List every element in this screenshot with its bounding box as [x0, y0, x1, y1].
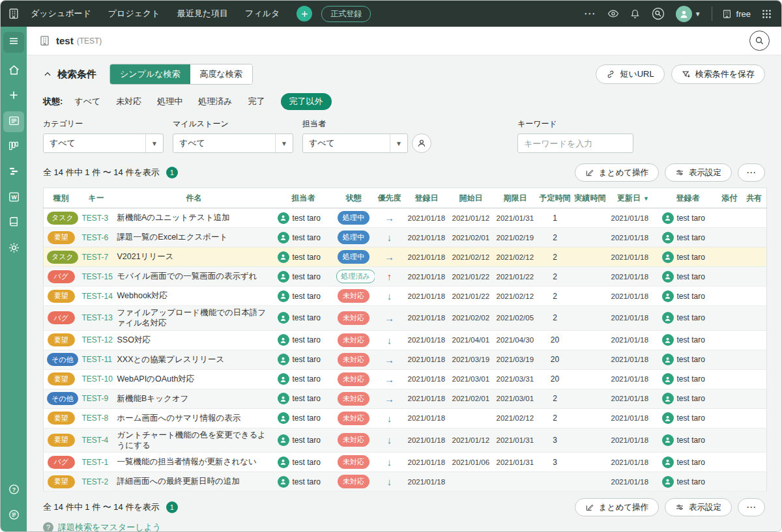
issue-row-TEST-13[interactable]: バグ TEST-13 ファイルアップロード機能での日本語ファイル名対応 test… [44, 306, 767, 331]
issue-row-TEST-12[interactable]: 要望 TEST-12 SSO対応 test taro 未対応 ↓ 2021/01… [44, 330, 767, 350]
column-header-9[interactable]: 予定時間 [538, 188, 573, 208]
issue-title[interactable]: 新機能Bキックオフ [114, 389, 274, 408]
sidebar-item-wiki[interactable]: W [3, 188, 24, 208]
column-header-10[interactable]: 実績時間 [573, 188, 608, 208]
column-header-4[interactable]: 状態 [333, 188, 375, 208]
issue-key-link[interactable]: TEST-4 [82, 436, 109, 445]
sidebar-item-settings[interactable] [3, 238, 24, 259]
sidebar-item-board[interactable] [3, 137, 24, 158]
global-search-icon[interactable] [651, 7, 665, 21]
issue-title[interactable]: SSO対応 [114, 330, 274, 350]
column-header-12[interactable]: 登録者 [659, 188, 717, 208]
issue-row-TEST-15[interactable]: バグ TEST-15 モバイル画面での一覧画面の表示ずれ test taro 処… [44, 267, 767, 287]
column-header-8[interactable]: 期限日 [493, 188, 538, 208]
status-option-3[interactable]: 処理済み [198, 96, 232, 107]
save-search-conditions-button[interactable]: 検索条件を保存 [671, 64, 765, 84]
issue-title[interactable]: 新機能Aのユニットテスト追加 [114, 208, 274, 228]
sidebar-item-files[interactable] [3, 213, 24, 234]
display-settings-button[interactable]: 表示設定 [665, 163, 732, 182]
keyword-input[interactable] [517, 133, 633, 153]
issue-row-TEST-14[interactable]: 要望 TEST-14 Webhook対応 test taro 未対応 ↓ 202… [44, 287, 767, 306]
column-header-2[interactable]: 件名 [114, 188, 274, 208]
assign-to-me-button[interactable] [412, 133, 431, 153]
collapse-search-conditions[interactable]: 検索条件 [43, 68, 96, 81]
page-number-badge[interactable]: 1 [166, 501, 178, 513]
issue-key-link[interactable]: TEST-9 [82, 394, 109, 403]
topbar-menu-item-2[interactable]: 最近見た項目 [177, 8, 228, 20]
status-option-5[interactable]: 完了以外 [281, 93, 332, 110]
apps-grid-icon[interactable] [761, 8, 772, 20]
sidebar-item-home[interactable] [3, 61, 24, 81]
tab-simple-search[interactable]: シンプルな検索 [110, 64, 190, 84]
issue-title[interactable]: V2021リリース [114, 247, 274, 267]
issue-title[interactable]: ファイルアップロード機能での日本語ファイル名対応 [114, 306, 274, 331]
sidebar-help[interactable]: ? [3, 480, 24, 501]
column-header-5[interactable]: 優先度 [375, 188, 405, 208]
issue-title[interactable]: 一覧機能の担当者情報が更新されない [114, 453, 274, 472]
issue-row-TEST-1[interactable]: バグ TEST-1 一覧機能の担当者情報が更新されない test taro 未対… [44, 453, 767, 472]
issue-key-link[interactable]: TEST-10 [82, 374, 113, 384]
notifications-bell-icon[interactable] [630, 8, 641, 20]
topbar-menu-item-3[interactable]: フィルタ [245, 8, 280, 20]
issue-key-link[interactable]: TEST-7 [82, 253, 109, 262]
page-number-badge[interactable]: 1 [166, 167, 178, 178]
sidebar-item-gantt[interactable] [3, 162, 24, 183]
column-header-11[interactable]: 更新日▼ [608, 188, 659, 208]
global-add-button[interactable] [297, 6, 312, 21]
space-plan[interactable]: free [721, 8, 751, 20]
sidebar-item-add[interactable] [3, 86, 24, 107]
short-url-button[interactable]: 短いURL [596, 64, 664, 84]
issue-title[interactable]: Webhook対応 [114, 287, 274, 306]
column-header-3[interactable]: 担当者 [274, 188, 333, 208]
bulk-edit-button[interactable]: まとめて操作 [575, 163, 659, 182]
issue-row-TEST-11[interactable]: その他 TEST-11 XXXとの協業プレスリリース test taro 未対応… [44, 350, 767, 369]
issue-title[interactable]: 課題一覧のExcelエクスポート [114, 228, 274, 247]
topbar-menu-item-0[interactable]: ダッシュボード [31, 8, 91, 20]
issue-row-TEST-7[interactable]: タスク TEST-7 V2021リリース test taro 処理中 → 202… [44, 247, 767, 267]
issue-key-link[interactable]: TEST-2 [82, 477, 109, 486]
sidebar-guide[interactable] [3, 505, 24, 526]
issue-row-TEST-3[interactable]: タスク TEST-3 新機能Aのユニットテスト追加 test taro 処理中 … [44, 208, 767, 228]
issue-key-link[interactable]: TEST-6 [82, 233, 109, 242]
watch-eye-icon[interactable] [607, 8, 619, 20]
status-option-1[interactable]: 未対応 [116, 96, 141, 107]
issue-title[interactable]: ホーム画面へのサマリ情報の表示 [114, 408, 274, 428]
issue-title[interactable]: 詳細画面への最終更新日時の追加 [114, 472, 274, 492]
issue-title[interactable]: モバイル画面での一覧画面の表示ずれ [114, 267, 274, 287]
status-option-4[interactable]: 完了 [248, 96, 265, 107]
status-option-2[interactable]: 処理中 [157, 96, 182, 107]
topbar-menu-item-1[interactable]: プロジェクト [108, 8, 160, 20]
issue-row-TEST-10[interactable]: 要望 TEST-10 WebAPIのOAuth対応 test taro 未対応 … [44, 369, 767, 389]
more-menu-icon[interactable]: ⋯ [584, 7, 597, 21]
issue-key-link[interactable]: TEST-3 [82, 214, 109, 223]
issue-key-link[interactable]: TEST-11 [82, 355, 112, 364]
more-actions-button[interactable]: ⋯ [738, 498, 765, 516]
bulk-edit-button[interactable]: まとめて操作 [575, 498, 659, 516]
status-option-0[interactable]: すべて [74, 96, 100, 107]
backlog-logo-icon[interactable] [7, 7, 22, 21]
issue-row-TEST-4[interactable]: 要望 TEST-4 ガントチャート機能の色を変更できるようにする test ta… [44, 428, 767, 453]
column-header-1[interactable]: キー [79, 188, 114, 208]
sidebar-item-issues[interactable] [3, 111, 24, 132]
issue-title[interactable]: XXXとの協業プレスリリース [114, 350, 274, 369]
assignee-select[interactable]: すべて ▼ [302, 133, 408, 153]
column-header-6[interactable]: 登録日 [405, 188, 449, 208]
user-avatar[interactable]: ▼ [676, 6, 701, 22]
issue-key-link[interactable]: TEST-13 [82, 313, 113, 322]
issue-key-link[interactable]: TEST-1 [82, 458, 109, 467]
issue-row-TEST-8[interactable]: 要望 TEST-8 ホーム画面へのサマリ情報の表示 test taro 未対応 … [44, 408, 767, 428]
sidebar-menu-toggle[interactable] [3, 32, 24, 53]
issue-key-link[interactable]: TEST-14 [82, 292, 113, 301]
column-header-13[interactable]: 添付 [717, 188, 742, 208]
more-actions-button[interactable]: ⋯ [738, 163, 765, 182]
issue-row-TEST-6[interactable]: 要望 TEST-6 課題一覧のExcelエクスポート test taro 処理中… [44, 228, 767, 247]
display-settings-button[interactable]: 表示設定 [665, 498, 732, 516]
issue-title[interactable]: ガントチャート機能の色を変更できるようにする [114, 428, 274, 453]
milestone-select[interactable]: すべて ▼ [173, 133, 293, 153]
search-guide-link[interactable]: 課題検索をマスターしよう [58, 522, 161, 532]
tab-advanced-search[interactable]: 高度な検索 [190, 64, 252, 84]
plan-register-badge[interactable]: 正式登録 [321, 6, 371, 22]
issue-key-link[interactable]: TEST-12 [82, 335, 113, 344]
project-search-button[interactable] [749, 31, 770, 51]
category-select[interactable]: すべて ▼ [43, 133, 164, 153]
